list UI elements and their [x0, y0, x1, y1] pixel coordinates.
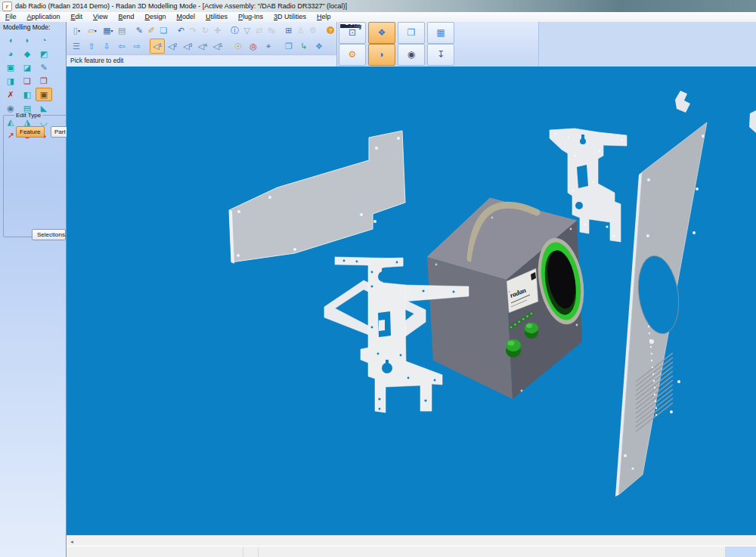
- modelling-mode-panel: Modelling Mode: ◖◗◔◕◆◩▣◪✎◨❏❐✗◧▣◉▤◣◭◮◡↗↥↳…: [0, 22, 67, 557]
- menu-design[interactable]: Design: [140, 12, 172, 21]
- copy-view-icon[interactable]: ❐: [281, 39, 296, 54]
- open-folder-icon[interactable]: ▱: [85, 23, 101, 38]
- menu-view[interactable]: View: [88, 12, 113, 21]
- export-document-icon[interactable]: ↳: [296, 39, 311, 54]
- menu-help[interactable]: Help: [311, 12, 336, 21]
- shaded-view-icon[interactable]: ☉: [231, 39, 246, 54]
- pan-icon[interactable]: ⌖: [261, 39, 276, 54]
- main-toolbar: ▯▱▦▤✎✐❏↶↷↻✚ⓘ▽⇄↹⊞♙⚙? ☰⇧⇩⇦⇨◁¹◁²◁³◁⁴◁⁵☉◎⌖❐↳…: [67, 22, 336, 55]
- mode-modelling-button[interactable]: ◗Modelling: [368, 44, 395, 66]
- tools-icon[interactable]: ⚙: [307, 23, 319, 38]
- info-icon[interactable]: ⓘ: [229, 23, 241, 38]
- status-divider: [258, 547, 259, 557]
- modelling-tool-14-icon[interactable]: ◧: [19, 88, 36, 101]
- mode-row-1: ⊡2D CAD❖3D❐Part▦Nest: [337, 22, 539, 44]
- toolbar-row-1: ▯▱▦▤✎✐❏↶↷↻✚ⓘ▽⇄↹⊞♙⚙?: [67, 22, 336, 39]
- arrow-right-icon[interactable]: ⇨: [129, 39, 144, 54]
- 3d-viewport[interactable]: radan: [67, 67, 756, 535]
- mode-assembly-button[interactable]: ⚙Assembly: [339, 44, 366, 66]
- menu-application[interactable]: Application: [22, 12, 66, 21]
- window-title: dab Radio (Radan 2014 Demo) - Radan 3D M…: [15, 2, 347, 10]
- target-icon[interactable]: ◎: [246, 39, 261, 54]
- prompt-bar: Pick feature to edit: [67, 54, 340, 67]
- status-right-cell: [725, 546, 756, 557]
- mode-switch-panel: ⊡2D CAD❖3D❐Part▦Nest ⚙Assembly◗Modelling…: [336, 22, 539, 67]
- mode-scene-button[interactable]: ◉Scene: [398, 44, 425, 66]
- scroll-left-arrow-icon[interactable]: ◂: [67, 537, 77, 546]
- user-icon[interactable]: ♙: [295, 23, 307, 38]
- modelling-tool-5-icon[interactable]: ◆: [19, 47, 36, 60]
- window-icon[interactable]: ⊞: [283, 23, 295, 38]
- modelling-tool-11-icon[interactable]: ❏: [19, 74, 36, 88]
- help-icon[interactable]: ?: [324, 23, 336, 38]
- spacing-icon[interactable]: ↹: [265, 23, 277, 38]
- modelling-mode-label: Modelling Mode:: [3, 23, 50, 31]
- link-icon[interactable]: ⇄: [253, 23, 265, 38]
- globe-icon[interactable]: ❖: [311, 39, 327, 54]
- modelling-tool-4-icon[interactable]: ◕: [2, 47, 19, 60]
- arrow-left-icon[interactable]: ⇦: [114, 39, 129, 54]
- volume-knob: [525, 323, 538, 339]
- new-document-icon[interactable]: ▯: [69, 23, 85, 38]
- view-5-button[interactable]: ◁⁵: [210, 39, 225, 54]
- move-icon[interactable]: ✚: [212, 23, 224, 38]
- tuner-knob: [506, 339, 521, 357]
- edit-type-label: Edit Type: [14, 112, 42, 119]
- edit-feature-icon[interactable]: ▣: [36, 88, 52, 101]
- menu-utilities[interactable]: Utilities: [200, 12, 233, 21]
- feature-list-icon[interactable]: ☰: [69, 39, 84, 54]
- modelling-tool-12-icon[interactable]: ❐: [36, 74, 52, 88]
- titlebar: r dab Radio (Radan 2014 Demo) - Radan 3D…: [0, 0, 756, 13]
- draw-pencil-icon[interactable]: ✎: [133, 23, 145, 38]
- modelling-tool-2-icon[interactable]: ◗: [19, 33, 36, 47]
- sketch-pen-icon[interactable]: ✐: [145, 23, 157, 38]
- menu-edit[interactable]: Edit: [66, 12, 88, 21]
- menu-file[interactable]: File: [0, 12, 22, 21]
- mode-3d-button[interactable]: ❖3D: [368, 22, 395, 44]
- modelling-tool-1-icon[interactable]: ◖: [2, 33, 19, 47]
- arrow-down-icon[interactable]: ⇩: [99, 39, 114, 54]
- view-2-button[interactable]: ◁²: [165, 39, 180, 54]
- sheet-copy-icon[interactable]: ❏: [157, 23, 169, 38]
- status-divider: [243, 547, 243, 557]
- menu-3d-utilities[interactable]: 3D Utilities: [268, 12, 311, 21]
- mode-nest-button[interactable]: ▦Nest: [427, 22, 454, 44]
- mode-row-2: ⚙Assembly◗Modelling◉Scene↧Radbend: [337, 44, 539, 66]
- delete-feature-icon[interactable]: ✗: [2, 88, 19, 101]
- undo-icon[interactable]: ↶: [175, 23, 187, 38]
- print-icon[interactable]: ▤: [116, 23, 128, 38]
- view-4-button[interactable]: ◁⁴: [195, 39, 210, 54]
- modelling-tool-10-icon[interactable]: ◨: [2, 74, 19, 88]
- modelling-tool-3-icon[interactable]: ◔: [36, 33, 52, 47]
- modelling-tool-8-icon[interactable]: ◪: [19, 60, 36, 74]
- view-1-button[interactable]: ◁¹: [150, 39, 165, 54]
- toolbar-filler: [538, 22, 756, 67]
- toolbar-row-2: ☰⇧⇩⇦⇨◁¹◁²◁³◁⁴◁⁵☉◎⌖❐↳❖: [67, 39, 336, 54]
- selections-button[interactable]: Selections...: [32, 229, 66, 240]
- modelling-tool-7-icon[interactable]: ▣: [2, 60, 19, 74]
- save-icon[interactable]: ▦: [100, 23, 116, 38]
- feature-button[interactable]: Feature: [16, 126, 45, 138]
- arrow-up-icon[interactable]: ⇧: [84, 39, 99, 54]
- mode-radbend-button[interactable]: ↧Radbend: [427, 44, 454, 66]
- view-3-button[interactable]: ◁³: [180, 39, 195, 54]
- horizontal-scrollbar[interactable]: ◂: [67, 535, 756, 546]
- mode-part-button[interactable]: ❐Part: [398, 22, 425, 44]
- menubar: FileApplicationEditViewBendDesignModelUt…: [0, 12, 756, 23]
- menu-plug-ins[interactable]: Plug-Ins: [233, 12, 268, 21]
- menu-model[interactable]: Model: [172, 12, 201, 21]
- app-icon: r: [2, 2, 12, 11]
- repeat-icon[interactable]: ↻: [199, 23, 211, 38]
- menu-bend[interactable]: Bend: [113, 12, 139, 21]
- modelling-tool-6-icon[interactable]: ◩: [36, 47, 52, 60]
- filter-icon[interactable]: ▽: [241, 23, 253, 38]
- redo-icon[interactable]: ↷: [187, 23, 199, 38]
- modelling-tool-9-icon[interactable]: ✎: [36, 60, 52, 74]
- statusbar: [67, 546, 756, 557]
